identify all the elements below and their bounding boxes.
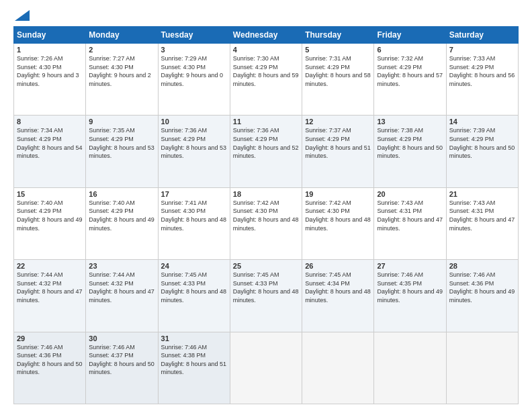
calendar-cell — [302, 332, 374, 404]
calendar-table: SundayMondayTuesdayWednesdayThursdayFrid… — [13, 26, 519, 404]
calendar-cell: 25Sunrise: 7:45 AMSunset: 4:33 PMDayligh… — [230, 260, 302, 332]
cell-content: Sunrise: 7:43 AMSunset: 4:31 PMDaylight:… — [449, 199, 515, 232]
cell-content: Sunrise: 7:46 AMSunset: 4:35 PMDaylight:… — [377, 271, 443, 304]
cell-content: Sunrise: 7:34 AMSunset: 4:29 PMDaylight:… — [17, 127, 83, 159]
day-number: 3 — [161, 46, 227, 54]
calendar-cell: 17Sunrise: 7:41 AMSunset: 4:30 PMDayligh… — [158, 187, 230, 259]
calendar-cell: 23Sunrise: 7:44 AMSunset: 4:32 PMDayligh… — [86, 260, 158, 332]
day-number: 1 — [17, 46, 83, 54]
calendar-cell — [446, 332, 518, 404]
cell-content: Sunrise: 7:38 AMSunset: 4:29 PMDaylight:… — [377, 127, 443, 159]
calendar-week-row: 29Sunrise: 7:46 AMSunset: 4:36 PMDayligh… — [14, 332, 519, 404]
cell-content: Sunrise: 7:44 AMSunset: 4:32 PMDaylight:… — [17, 271, 83, 304]
calendar-cell: 20Sunrise: 7:43 AMSunset: 4:31 PMDayligh… — [374, 187, 446, 259]
svg-marker-0 — [15, 10, 30, 21]
day-number: 7 — [449, 46, 515, 54]
day-number: 25 — [233, 262, 299, 270]
day-number: 21 — [449, 190, 515, 198]
weekday-header-wednesday: Wednesday — [230, 27, 302, 44]
cell-content: Sunrise: 7:46 AMSunset: 4:36 PMDaylight:… — [17, 344, 83, 376]
calendar-cell: 5Sunrise: 7:31 AMSunset: 4:29 PMDaylight… — [302, 44, 374, 116]
cell-content: Sunrise: 7:26 AMSunset: 4:30 PMDaylight:… — [17, 55, 79, 87]
day-number: 8 — [17, 118, 83, 126]
cell-content: Sunrise: 7:46 AMSunset: 4:37 PMDaylight:… — [89, 344, 154, 376]
cell-content: Sunrise: 7:45 AMSunset: 4:33 PMDaylight:… — [161, 271, 227, 304]
day-number: 13 — [377, 118, 443, 126]
calendar-cell: 18Sunrise: 7:42 AMSunset: 4:30 PMDayligh… — [230, 187, 302, 259]
cell-content: Sunrise: 7:33 AMSunset: 4:29 PMDaylight:… — [449, 55, 515, 87]
cell-content: Sunrise: 7:37 AMSunset: 4:29 PMDaylight:… — [305, 127, 371, 159]
calendar-week-row: 8Sunrise: 7:34 AMSunset: 4:29 PMDaylight… — [14, 116, 519, 187]
calendar-week-row: 22Sunrise: 7:44 AMSunset: 4:32 PMDayligh… — [14, 260, 519, 332]
calendar-cell: 13Sunrise: 7:38 AMSunset: 4:29 PMDayligh… — [374, 116, 446, 187]
day-number: 12 — [305, 118, 371, 126]
cell-content: Sunrise: 7:31 AMSunset: 4:29 PMDaylight:… — [305, 55, 371, 87]
calendar-cell: 14Sunrise: 7:39 AMSunset: 4:29 PMDayligh… — [446, 116, 518, 187]
cell-content: Sunrise: 7:39 AMSunset: 4:29 PMDaylight:… — [449, 127, 515, 159]
calendar-cell: 22Sunrise: 7:44 AMSunset: 4:32 PMDayligh… — [14, 260, 86, 332]
calendar-cell: 27Sunrise: 7:46 AMSunset: 4:35 PMDayligh… — [374, 260, 446, 332]
cell-content: Sunrise: 7:40 AMSunset: 4:29 PMDaylight:… — [89, 199, 154, 232]
day-number: 19 — [305, 190, 371, 198]
calendar-cell: 4Sunrise: 7:30 AMSunset: 4:29 PMDaylight… — [230, 44, 302, 116]
day-number: 20 — [377, 190, 443, 198]
day-number: 11 — [233, 118, 299, 126]
calendar-header-row: SundayMondayTuesdayWednesdayThursdayFrid… — [14, 27, 519, 44]
cell-content: Sunrise: 7:46 AMSunset: 4:36 PMDaylight:… — [449, 271, 515, 304]
header — [13, 10, 519, 21]
cell-content: Sunrise: 7:45 AMSunset: 4:34 PMDaylight:… — [305, 271, 371, 304]
calendar-cell: 8Sunrise: 7:34 AMSunset: 4:29 PMDaylight… — [14, 116, 86, 187]
calendar-cell: 29Sunrise: 7:46 AMSunset: 4:36 PMDayligh… — [14, 332, 86, 404]
day-number: 28 — [449, 262, 515, 270]
page: SundayMondayTuesdayWednesdayThursdayFrid… — [0, 0, 532, 411]
calendar-cell: 3Sunrise: 7:29 AMSunset: 4:30 PMDaylight… — [158, 44, 230, 116]
day-number: 18 — [233, 190, 299, 198]
calendar-cell: 11Sunrise: 7:36 AMSunset: 4:29 PMDayligh… — [230, 116, 302, 187]
cell-content: Sunrise: 7:44 AMSunset: 4:32 PMDaylight:… — [89, 271, 154, 304]
calendar-cell: 2Sunrise: 7:27 AMSunset: 4:30 PMDaylight… — [86, 44, 158, 116]
cell-content: Sunrise: 7:41 AMSunset: 4:30 PMDaylight:… — [161, 199, 227, 232]
calendar-cell: 9Sunrise: 7:35 AMSunset: 4:29 PMDaylight… — [86, 116, 158, 187]
calendar-cell: 26Sunrise: 7:45 AMSunset: 4:34 PMDayligh… — [302, 260, 374, 332]
calendar-cell: 12Sunrise: 7:37 AMSunset: 4:29 PMDayligh… — [302, 116, 374, 187]
day-number: 15 — [17, 190, 83, 198]
weekday-header-friday: Friday — [374, 27, 446, 44]
day-number: 6 — [377, 46, 443, 54]
calendar-cell: 6Sunrise: 7:32 AMSunset: 4:29 PMDaylight… — [374, 44, 446, 116]
day-number: 22 — [17, 262, 83, 270]
calendar-cell: 15Sunrise: 7:40 AMSunset: 4:29 PMDayligh… — [14, 187, 86, 259]
calendar-cell: 1Sunrise: 7:26 AMSunset: 4:30 PMDaylight… — [14, 44, 86, 116]
day-number: 10 — [161, 118, 227, 126]
day-number: 14 — [449, 118, 515, 126]
cell-content: Sunrise: 7:27 AMSunset: 4:30 PMDaylight:… — [89, 55, 151, 87]
cell-content: Sunrise: 7:42 AMSunset: 4:30 PMDaylight:… — [233, 199, 299, 232]
day-number: 17 — [161, 190, 227, 198]
calendar-cell: 31Sunrise: 7:46 AMSunset: 4:38 PMDayligh… — [158, 332, 230, 404]
calendar-week-row: 15Sunrise: 7:40 AMSunset: 4:29 PMDayligh… — [14, 187, 519, 259]
cell-content: Sunrise: 7:30 AMSunset: 4:29 PMDaylight:… — [233, 55, 299, 87]
cell-content: Sunrise: 7:29 AMSunset: 4:30 PMDaylight:… — [161, 55, 224, 87]
weekday-header-saturday: Saturday — [446, 27, 518, 44]
day-number: 16 — [89, 190, 154, 198]
calendar-cell — [230, 332, 302, 404]
day-number: 4 — [233, 46, 299, 54]
day-number: 2 — [89, 46, 154, 54]
calendar-cell: 16Sunrise: 7:40 AMSunset: 4:29 PMDayligh… — [86, 187, 158, 259]
calendar-cell: 10Sunrise: 7:36 AMSunset: 4:29 PMDayligh… — [158, 116, 230, 187]
calendar-cell: 24Sunrise: 7:45 AMSunset: 4:33 PMDayligh… — [158, 260, 230, 332]
day-number: 5 — [305, 46, 371, 54]
logo — [13, 10, 30, 21]
cell-content: Sunrise: 7:32 AMSunset: 4:29 PMDaylight:… — [377, 55, 443, 87]
calendar-cell: 19Sunrise: 7:42 AMSunset: 4:30 PMDayligh… — [302, 187, 374, 259]
weekday-header-tuesday: Tuesday — [158, 27, 230, 44]
day-number: 30 — [89, 334, 154, 342]
calendar-week-row: 1Sunrise: 7:26 AMSunset: 4:30 PMDaylight… — [14, 44, 519, 116]
cell-content: Sunrise: 7:35 AMSunset: 4:29 PMDaylight:… — [89, 127, 154, 159]
weekday-header-thursday: Thursday — [302, 27, 374, 44]
calendar-cell: 7Sunrise: 7:33 AMSunset: 4:29 PMDaylight… — [446, 44, 518, 116]
cell-content: Sunrise: 7:40 AMSunset: 4:29 PMDaylight:… — [17, 199, 83, 232]
day-number: 29 — [17, 334, 83, 342]
logo-icon — [15, 10, 30, 21]
cell-content: Sunrise: 7:36 AMSunset: 4:29 PMDaylight:… — [233, 127, 299, 159]
calendar-cell: 28Sunrise: 7:46 AMSunset: 4:36 PMDayligh… — [446, 260, 518, 332]
